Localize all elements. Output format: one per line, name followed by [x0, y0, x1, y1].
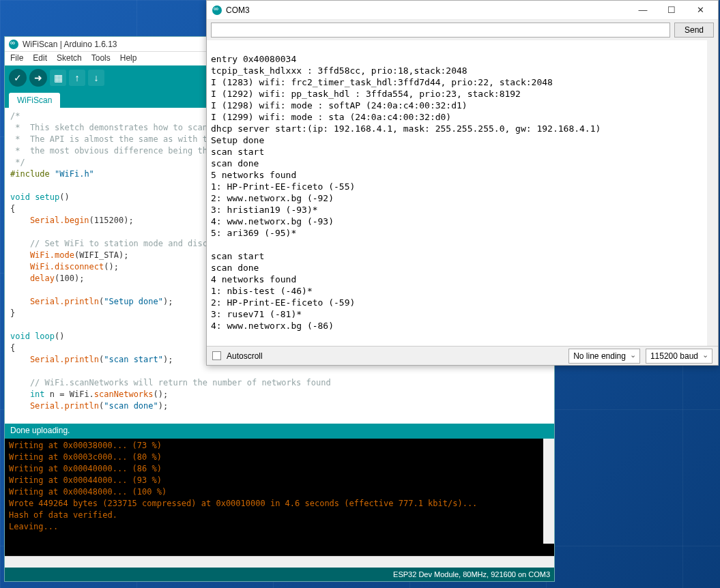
- console-vertical-scrollbar[interactable]: [543, 439, 554, 544]
- verify-button[interactable]: ✓: [9, 69, 27, 87]
- arduino-footer: ESP32 Dev Module, 80MHz, 921600 on COM3: [5, 568, 554, 581]
- arduino-logo-icon: [212, 5, 222, 15]
- autoscroll-label: Autoscroll: [227, 351, 263, 361]
- maximize-button[interactable]: ☐: [659, 3, 684, 18]
- menu-tools[interactable]: Tools: [91, 53, 111, 64]
- send-button[interactable]: Send: [674, 23, 714, 38]
- line-ending-select[interactable]: No line ending: [568, 349, 640, 364]
- arduino-logo-icon: [9, 40, 18, 49]
- serial-titlebar[interactable]: COM3 — ☐ ✕: [207, 1, 718, 20]
- status-message: Done uploading.: [5, 424, 554, 439]
- baud-rate-select[interactable]: 115200 baud: [646, 349, 712, 364]
- close-button[interactable]: ✕: [688, 3, 712, 18]
- serial-monitor-window: COM3 — ☐ ✕ Send entry 0x40080034 tcpip_t…: [206, 0, 719, 366]
- new-sketch-button[interactable]: ▦: [50, 70, 66, 86]
- arduino-window-title: WiFiScan | Arduino 1.6.13: [23, 40, 117, 49]
- board-info: ESP32 Dev Module, 80MHz, 921600 on COM3: [393, 570, 550, 578]
- serial-input-row: Send: [207, 20, 718, 40]
- autoscroll-checkbox[interactable]: [212, 351, 221, 360]
- sketch-tab[interactable]: WiFiScan: [9, 93, 60, 108]
- minimize-button[interactable]: —: [631, 3, 655, 18]
- serial-vertical-scrollbar[interactable]: [707, 40, 718, 346]
- serial-window-title: COM3: [226, 5, 250, 15]
- upload-button[interactable]: ➜: [29, 69, 47, 87]
- serial-output[interactable]: entry 0x40080034 tcpip_task_hdlxxx : 3ff…: [207, 40, 718, 346]
- menu-help[interactable]: Help: [120, 53, 137, 64]
- open-sketch-button[interactable]: ↑: [69, 70, 85, 86]
- console-horizontal-scrollbar[interactable]: [5, 556, 554, 568]
- serial-input[interactable]: [211, 23, 670, 38]
- serial-footer: Autoscroll No line ending 115200 baud: [207, 346, 718, 365]
- menu-edit[interactable]: Edit: [33, 53, 47, 64]
- arduino-console[interactable]: Writing at 0x00038000... (73 %) Writing …: [5, 439, 554, 556]
- menu-file[interactable]: File: [10, 53, 23, 64]
- save-sketch-button[interactable]: ↓: [88, 70, 104, 86]
- menu-sketch[interactable]: Sketch: [57, 53, 82, 64]
